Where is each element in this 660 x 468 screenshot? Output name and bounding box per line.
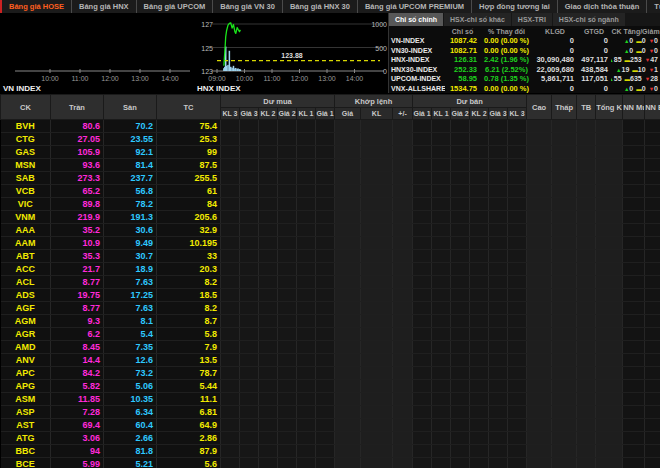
index-panel-tab[interactable]: HSX-chỉ số ngành (553, 13, 625, 26)
empty-cell (361, 172, 393, 185)
index-panel-tab[interactable]: HSX-TRI (512, 13, 552, 26)
empty-cell (316, 250, 335, 263)
index-value: 1087.42 (445, 36, 480, 45)
empty-cell (596, 146, 623, 159)
ticker-cell[interactable]: ASP (1, 406, 51, 419)
ticker-cell[interactable]: AGM (1, 315, 51, 328)
topbar-tab[interactable]: Bảng giá HNX 30 (282, 0, 357, 13)
empty-cell (432, 146, 451, 159)
empty-cell (361, 380, 393, 393)
empty-cell (451, 419, 470, 432)
empty-cell (489, 120, 508, 133)
empty-cell (432, 237, 451, 250)
group-header-khop-lenh: Khớp lệnh (335, 95, 413, 108)
empty-cell (361, 328, 393, 341)
empty-cell (335, 198, 361, 211)
ticker-cell[interactable]: CTG (1, 133, 51, 146)
svg-text:127: 127 (201, 21, 213, 28)
empty-cell (259, 328, 278, 341)
empty-cell (577, 289, 596, 302)
empty-cell (508, 341, 527, 354)
empty-cell (278, 393, 297, 406)
index-change: 2.42 (1.96 %) (480, 55, 533, 64)
reference-price-cell: 6.81 (157, 406, 221, 419)
empty-cell (316, 198, 335, 211)
topbar-tab[interactable]: Bảng giá HNX (71, 0, 136, 13)
empty-cell (259, 250, 278, 263)
up-arrow-icon: ▲ (624, 48, 629, 54)
empty-cell (393, 432, 413, 445)
ticker-cell[interactable]: AMD (1, 341, 51, 354)
ticker-cell[interactable]: VNM (1, 211, 51, 224)
ticker-cell[interactable]: AAA (1, 224, 51, 237)
empty-cell (240, 419, 259, 432)
empty-cell (596, 172, 623, 185)
empty-cell (316, 393, 335, 406)
empty-cell (335, 419, 361, 432)
empty-cell (645, 237, 660, 250)
ticker-cell[interactable]: BBC (1, 445, 51, 458)
ceiling-price-cell: 21.7 (51, 263, 104, 276)
empty-cell (527, 458, 552, 468)
empty-cell (451, 172, 470, 185)
ticker-cell[interactable]: BVH (1, 120, 51, 133)
empty-cell (577, 419, 596, 432)
ticker-cell[interactable]: SAB (1, 172, 51, 185)
ticker-cell[interactable]: ACL (1, 276, 51, 289)
topbar-tab[interactable]: Giao dịch thỏa thuận (557, 0, 647, 13)
empty-cell (297, 263, 316, 276)
svg-text:09:00: 09:00 (208, 75, 226, 82)
ticker-cell[interactable]: ACC (1, 263, 51, 276)
empty-cell (413, 354, 432, 367)
stock-row: SAB273.3237.7255.5 (1, 172, 660, 185)
empty-cell (645, 354, 660, 367)
ticker-cell[interactable]: BCE (1, 458, 51, 468)
ticker-cell[interactable]: ATG (1, 432, 51, 445)
ticker-cell[interactable]: ASM (1, 393, 51, 406)
ticker-cell[interactable]: AGR (1, 328, 51, 341)
empty-cell (432, 250, 451, 263)
advance-decline-count: ▼1 (649, 66, 658, 73)
topbar-tab[interactable]: Bảng giá HOSE (0, 0, 71, 13)
empty-cell (623, 419, 645, 432)
topbar-tab[interactable]: Tùy chọn (646, 0, 660, 13)
ticker-cell[interactable]: ABT (1, 250, 51, 263)
stock-row: ABT35.330.733 (1, 250, 660, 263)
ticker-cell[interactable]: GAS (1, 146, 51, 159)
ticker-cell[interactable]: ANV (1, 354, 51, 367)
ticker-cell[interactable]: ADS (1, 289, 51, 302)
empty-cell (623, 445, 645, 458)
topbar-tab[interactable]: Bảng giá UPCOM (136, 0, 213, 13)
ticker-cell[interactable]: VIC (1, 198, 51, 211)
empty-cell (297, 445, 316, 458)
index-advancers-decliners: ▲85▬253▼47 (611, 56, 660, 63)
topbar-tab[interactable]: Hợp đồng tương lai (471, 0, 557, 13)
empty-cell (552, 458, 577, 468)
svg-text:13:00: 13:00 (131, 75, 149, 82)
empty-cell (240, 458, 259, 468)
empty-cell (278, 328, 297, 341)
topbar-tab[interactable]: Bảng giá VN 30 (212, 0, 282, 13)
topbar-tab[interactable]: Bảng giá UPCOM PREMIUM (357, 0, 471, 13)
ticker-cell[interactable]: AGF (1, 302, 51, 315)
index-panel-tab[interactable]: HSX-chỉ số khác (444, 13, 511, 26)
empty-cell (335, 276, 361, 289)
empty-cell (527, 432, 552, 445)
ticker-cell[interactable]: APC (1, 367, 51, 380)
ticker-cell[interactable]: AST (1, 419, 51, 432)
index-row: VNX-ALLSHARE1534.750.00 (0.00 %)00▲0▬0▼0 (389, 84, 660, 94)
empty-cell (278, 159, 297, 172)
index-panel-tab[interactable]: Chỉ số chính (389, 13, 443, 26)
empty-cell (361, 276, 393, 289)
ticker-cell[interactable]: MSN (1, 159, 51, 172)
empty-cell (316, 432, 335, 445)
ticker-cell[interactable]: VCB (1, 185, 51, 198)
empty-cell (413, 315, 432, 328)
empty-cell (240, 354, 259, 367)
empty-cell (413, 133, 432, 146)
empty-cell (489, 393, 508, 406)
ticker-cell[interactable]: APG (1, 380, 51, 393)
empty-cell (361, 159, 393, 172)
ticker-cell[interactable]: AAM (1, 237, 51, 250)
sub-column-header: KL (361, 108, 393, 120)
